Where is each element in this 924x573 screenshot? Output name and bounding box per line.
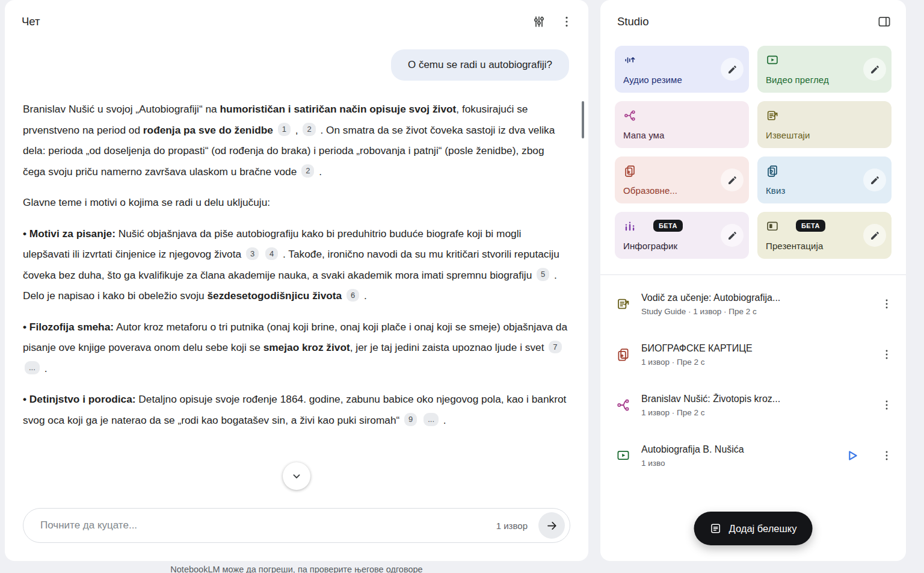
user-message-bubble: O čemu se radi u autobiografiji? <box>391 49 569 81</box>
citation-chip[interactable]: ... <box>424 413 439 426</box>
edit-quiz-button[interactable] <box>863 169 886 191</box>
chevron-down-icon <box>290 469 303 483</box>
response-paragraph: • Motivi za pisanje: Nušić objašnjava da… <box>23 223 568 306</box>
response-text: Branislav Nušić u svojoj „Autobiografiji… <box>23 103 220 115</box>
beta-badge: БЕТА <box>653 220 683 232</box>
item-menu-button[interactable] <box>875 444 899 468</box>
response-text: • Filozofija smeha: <box>23 321 114 333</box>
studio-header: Studio <box>600 0 906 39</box>
more-vert-icon <box>880 449 893 462</box>
studio-item-study-guide[interactable]: Vodič za učenje: Autobiografija...Study … <box>616 279 899 329</box>
more-vert-icon <box>880 348 893 361</box>
response-text: . <box>316 166 322 178</box>
more-vert-icon <box>559 14 574 29</box>
chat-menu-button[interactable] <box>555 10 579 34</box>
studio-card-video-overview[interactable]: Видео преглед <box>757 46 892 93</box>
response-text: Glavne teme i motivi o kojima se radi u … <box>23 196 270 208</box>
flashcards-icon <box>623 164 636 178</box>
citation-chip[interactable]: 2 <box>303 123 315 136</box>
response-text: . <box>42 362 48 374</box>
edit-flashcards-button[interactable] <box>721 169 744 191</box>
studio-card-mind-map[interactable]: Мапа ума <box>615 101 749 148</box>
item-menu-button[interactable] <box>875 393 899 417</box>
citation-chip[interactable]: 6 <box>346 289 359 302</box>
response-text: . <box>440 414 446 426</box>
flashcards-icon <box>616 347 630 362</box>
card-label: Мапа ума <box>623 130 741 140</box>
citation-chip[interactable]: 2 <box>301 164 314 178</box>
citation-chip[interactable]: 1 <box>278 123 291 136</box>
chat-input[interactable] <box>40 519 489 531</box>
response-paragraph: Branislav Nušić u svojoj „Autobiografiji… <box>23 99 568 182</box>
play-button[interactable] <box>840 444 864 468</box>
pencil-icon <box>870 231 880 241</box>
send-button[interactable] <box>538 512 565 539</box>
response-text <box>260 248 263 260</box>
video-play-icon <box>616 448 630 463</box>
citation-chip[interactable]: 9 <box>404 413 417 426</box>
item-menu-button[interactable] <box>875 342 899 367</box>
studio-item-flashcards[interactable]: БИОГРАФСКЕ КАРТИЦЕ1 извор · Пре 2 с <box>616 329 899 380</box>
user-message-row: O čemu se radi u autobiografiji? <box>23 49 569 81</box>
item-menu-button[interactable] <box>875 292 899 316</box>
item-title: Vodič za učenje: Autobiografija... <box>641 293 864 303</box>
infographic-bars-icon <box>623 220 636 233</box>
studio-cards: Аудио резимеВидео прегледМапа умаИзвешта… <box>600 39 906 274</box>
studio-panel-toggle-button[interactable] <box>872 10 896 34</box>
edit-presentation-button[interactable] <box>863 224 886 247</box>
studio-card-presentation[interactable]: БЕТАПрезентација <box>757 212 892 259</box>
mind-map-icon <box>616 398 630 412</box>
response-text <box>342 290 345 302</box>
chat-title: Чет <box>22 15 523 28</box>
item-text: Autobiografija B. Nušića1 изво <box>641 444 829 468</box>
response-text: . <box>361 290 367 302</box>
chat-messages: O čemu se radi u autobiografiji? Branisl… <box>5 39 588 430</box>
citation-chip[interactable]: 4 <box>265 247 278 261</box>
tune-icon <box>532 14 546 29</box>
report-doc-icon <box>616 297 630 311</box>
item-title: БИОГРАФСКЕ КАРТИЦЕ <box>641 343 864 354</box>
studio-card-flashcards[interactable]: Образовне... <box>615 156 749 203</box>
play-icon <box>844 448 860 463</box>
pencil-icon <box>727 175 738 185</box>
response-text: šezdesetogodišnjicu života <box>207 290 342 302</box>
edit-audio-overview-button[interactable] <box>721 58 744 81</box>
citation-chip[interactable]: 5 <box>537 268 549 281</box>
citation-chip[interactable]: 3 <box>246 247 259 261</box>
studio-card-quiz[interactable]: Квиз <box>757 156 892 203</box>
item-text: Vodič za učenje: Autobiografija...Study … <box>641 293 864 316</box>
response-text: smejao kroz život <box>263 341 350 353</box>
pencil-icon <box>870 64 880 75</box>
mind-map-icon <box>623 109 636 122</box>
studio-item-mind-map[interactable]: Branislav Nušić: Životopis kroz...1 изво… <box>616 380 899 430</box>
item-text: БИОГРАФСКЕ КАРТИЦЕ1 извор · Пре 2 с <box>641 343 864 367</box>
response-text: humorističan i satiričan način opisuje s… <box>220 103 457 115</box>
studio-card-infographic[interactable]: БЕТАИнфографик <box>615 212 749 259</box>
chat-scrollbar[interactable] <box>582 101 584 138</box>
video-play-icon <box>766 54 779 67</box>
studio-title: Studio <box>617 15 869 28</box>
card-label: Извештаји <box>766 130 883 140</box>
citation-chip[interactable]: ... <box>25 361 40 374</box>
studio-card-reports[interactable]: Извештаји <box>757 101 892 148</box>
studio-panel: Studio Аудио резимеВидео прегледМапа ума… <box>600 0 906 561</box>
edit-infographic-button[interactable] <box>721 224 744 247</box>
edit-video-overview-button[interactable] <box>863 58 886 81</box>
response-text: , <box>292 124 301 136</box>
chat-input-bar: 1 извор <box>23 508 570 543</box>
item-subtitle: Study Guide · 1 извор · Пре 2 с <box>641 307 864 316</box>
chat-response: Branislav Nušić u svojoj „Autobiografiji… <box>23 99 568 430</box>
pencil-icon <box>727 64 738 75</box>
send-arrow-icon <box>546 519 558 532</box>
scroll-down-button[interactable] <box>283 462 310 490</box>
response-text <box>419 414 422 426</box>
add-note-icon <box>710 522 722 534</box>
chat-settings-button[interactable] <box>527 10 551 34</box>
audio-waveform-icon <box>623 54 636 67</box>
item-subtitle: 1 извор · Пре 2 с <box>641 358 864 367</box>
studio-item-audio-playable[interactable]: Autobiografija B. Nušića1 изво <box>616 430 899 481</box>
citation-chip[interactable]: 7 <box>549 341 561 354</box>
studio-card-audio-overview[interactable]: Аудио резиме <box>615 46 749 93</box>
add-note-toast[interactable]: Додај белешку <box>694 512 813 545</box>
chat-header: Чет <box>5 0 588 39</box>
